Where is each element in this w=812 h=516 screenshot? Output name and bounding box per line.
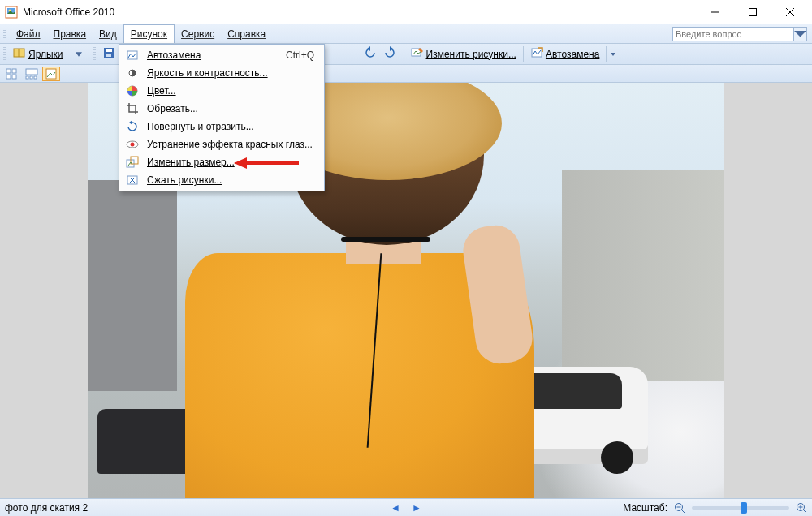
ask-question-input[interactable] bbox=[672, 27, 794, 41]
redeye-icon bbox=[124, 136, 140, 153]
view-single-button[interactable] bbox=[42, 67, 60, 81]
svg-rect-5 bbox=[14, 49, 19, 57]
menu-tools[interactable]: Сервис bbox=[175, 24, 221, 43]
menu-view[interactable]: Вид bbox=[93, 24, 123, 43]
shortcuts-dropdown-icon bbox=[76, 48, 82, 61]
save-button[interactable] bbox=[99, 45, 119, 63]
menubar-grip[interactable] bbox=[3, 28, 6, 40]
titlebar: Microsoft Office 2010 bbox=[0, 0, 812, 24]
rotate-right-icon bbox=[384, 46, 397, 62]
menu-picture[interactable]: Рисунок bbox=[123, 24, 175, 43]
toolbar-overflow-icon[interactable] bbox=[610, 53, 616, 56]
svg-line-34 bbox=[682, 510, 685, 513]
menu-item-color[interactable]: Цвет... bbox=[121, 82, 322, 100]
svg-point-27 bbox=[131, 143, 135, 147]
toolbar-grip[interactable] bbox=[3, 47, 6, 62]
menu-item-label: Цвет... bbox=[147, 85, 314, 97]
autocorrect-label: Автозамена bbox=[546, 49, 599, 60]
rotate-right-button[interactable] bbox=[381, 45, 400, 63]
view-thumbnails-button[interactable] bbox=[3, 67, 21, 81]
view-filmstrip-button[interactable] bbox=[23, 67, 41, 81]
svg-rect-18 bbox=[26, 76, 28, 79]
rotate-icon bbox=[124, 118, 140, 135]
zoom-label: Масштаб: bbox=[623, 502, 667, 514]
zoom-in-button[interactable] bbox=[796, 502, 807, 514]
minimize-button[interactable] bbox=[697, 0, 734, 24]
rotate-left-button[interactable] bbox=[360, 45, 379, 63]
menu-item-autocorrect[interactable]: Автозамена Ctrl+Q bbox=[121, 46, 322, 64]
svg-rect-17 bbox=[26, 69, 37, 75]
status-filename: фото для скатия 2 bbox=[5, 502, 88, 514]
svg-rect-16 bbox=[12, 75, 16, 79]
svg-rect-8 bbox=[106, 49, 112, 52]
menu-item-rotate[interactable]: Повернуть и отразить... bbox=[121, 118, 322, 135]
svg-line-37 bbox=[804, 510, 807, 513]
close-button[interactable] bbox=[771, 0, 809, 24]
menu-item-label: Сжать рисунки... bbox=[147, 174, 314, 186]
svg-rect-13 bbox=[6, 69, 11, 73]
menu-help[interactable]: Справка bbox=[221, 24, 272, 43]
maximize-button[interactable] bbox=[734, 0, 771, 24]
rotate-left-icon bbox=[363, 46, 376, 62]
menu-picture-popup: Автозамена Ctrl+Q Яркость и контрастност… bbox=[119, 44, 325, 191]
menu-file[interactable]: Файл bbox=[10, 24, 47, 43]
menu-item-brightness[interactable]: Яркость и контрастность... bbox=[121, 64, 322, 82]
zoom-slider-thumb[interactable] bbox=[741, 502, 747, 514]
app-icon bbox=[5, 6, 18, 19]
svg-rect-20 bbox=[34, 76, 37, 79]
svg-rect-19 bbox=[30, 76, 32, 79]
shortcuts-button[interactable]: Ярлыки bbox=[10, 45, 85, 63]
menu-item-label: Изменить размер... bbox=[147, 157, 314, 168]
resize-icon bbox=[124, 154, 140, 170]
menubar: Файл Правка Вид Рисунок Сервис Справка bbox=[0, 24, 812, 44]
menu-item-crop[interactable]: Обрезать... bbox=[121, 100, 322, 118]
edit-pictures-icon bbox=[411, 46, 424, 62]
prev-image-button[interactable]: ◄ bbox=[391, 502, 400, 514]
menu-item-accel: Ctrl+Q bbox=[286, 49, 314, 61]
autocorrect-icon bbox=[530, 46, 543, 62]
menu-item-compress[interactable]: Сжать рисунки... bbox=[121, 171, 322, 189]
menu-item-label: Устранение эффекта красных глаз... bbox=[147, 139, 314, 150]
zoom-out-button[interactable] bbox=[674, 502, 685, 514]
zoom-slider[interactable] bbox=[692, 506, 789, 510]
ask-question-dropdown[interactable] bbox=[794, 27, 807, 41]
svg-rect-15 bbox=[6, 75, 11, 79]
statusbar: фото для скатия 2 ◄ ► Масштаб: bbox=[0, 498, 812, 516]
menu-edit[interactable]: Правка bbox=[47, 24, 93, 43]
svg-rect-6 bbox=[19, 49, 24, 57]
autocorrect-button[interactable]: Автозамена bbox=[527, 45, 603, 63]
menu-item-label: Обрезать... bbox=[147, 103, 314, 114]
shortcuts-icon bbox=[13, 46, 26, 62]
menu-item-label: Яркость и контрастность... bbox=[147, 67, 314, 79]
autocorrect-icon bbox=[124, 47, 140, 63]
toolbar-grip-2[interactable] bbox=[93, 47, 96, 62]
color-icon bbox=[124, 83, 140, 99]
svg-rect-9 bbox=[106, 54, 111, 57]
svg-rect-4 bbox=[749, 8, 757, 15]
crop-icon bbox=[124, 101, 140, 117]
save-icon bbox=[102, 46, 115, 62]
menu-item-redeye[interactable]: Устранение эффекта красных глаз... bbox=[121, 135, 322, 153]
svg-rect-14 bbox=[12, 69, 16, 73]
shortcuts-label: Ярлыки bbox=[28, 49, 63, 60]
app-title: Microsoft Office 2010 bbox=[23, 6, 114, 18]
compress-icon bbox=[124, 172, 140, 188]
next-image-button[interactable]: ► bbox=[412, 502, 421, 514]
edit-pictures-label: Изменить рисунки... bbox=[426, 49, 516, 60]
brightness-icon bbox=[124, 65, 140, 81]
menu-item-resize[interactable]: Изменить размер... bbox=[121, 153, 322, 171]
edit-pictures-button[interactable]: Изменить рисунки... bbox=[408, 45, 520, 63]
menu-item-label: Повернуть и отразить... bbox=[147, 121, 314, 132]
svg-rect-3 bbox=[711, 11, 719, 12]
window-controls bbox=[697, 0, 809, 24]
menu-item-label: Автозамена bbox=[147, 49, 279, 61]
nav-arrows: ◄ ► bbox=[391, 502, 421, 514]
